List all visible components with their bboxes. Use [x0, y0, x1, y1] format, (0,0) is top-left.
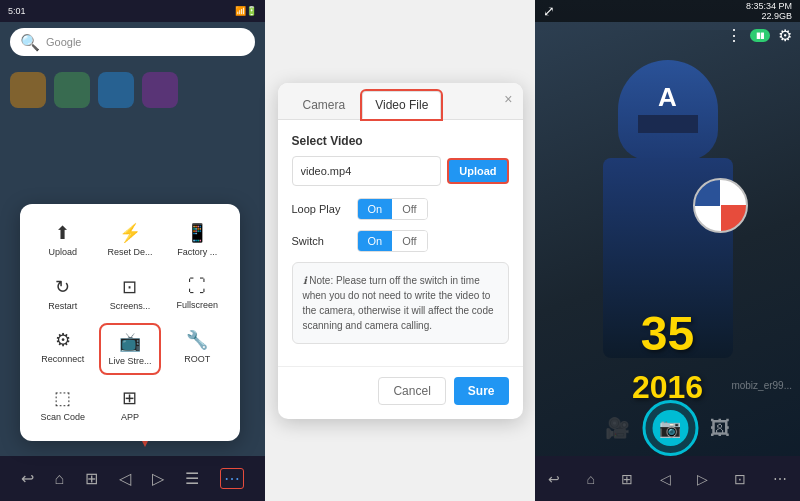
popup-item-app[interactable]: ⊞ APP [99, 381, 160, 429]
face-area [638, 115, 698, 133]
dialog-box: × Camera Video File Select Video video.m… [278, 83, 523, 419]
switch-off-btn[interactable]: Off [392, 231, 426, 251]
app-icon: ⊞ [122, 387, 137, 409]
capture-inner: 📷 [652, 410, 688, 446]
loop-off-btn[interactable]: Off [392, 199, 426, 219]
dialog-body: Select Video video.mp4 Upload Loop Play … [278, 120, 523, 358]
select-video-title: Select Video [292, 134, 509, 148]
note-box: ℹ Note: Please turn off the switch in ti… [292, 262, 509, 344]
popup-item-scancode[interactable]: ⬚ Scan Code [32, 381, 93, 429]
cap-screen: ⤢ 8:35:34 PM 22.9GB ⋮ ▮▮ ⚙ A [535, 0, 800, 501]
loop-toggle: On Off [357, 198, 428, 220]
screenshot-icon: ⊡ [122, 276, 137, 298]
right-phone-panel: ⤢ 8:35:34 PM 22.9GB ⋮ ▮▮ ⚙ A [535, 0, 800, 501]
upload-button[interactable]: Upload [447, 158, 508, 184]
vol-up-icon[interactable]: ▷ [152, 469, 164, 488]
home-icon[interactable]: ⌂ [55, 470, 65, 488]
apps-icon[interactable]: ⊞ [85, 469, 98, 488]
top-right-icons: ⋮ ▮▮ ⚙ [726, 26, 792, 45]
fullscreen-icon: ⛶ [188, 276, 206, 297]
helmet-a-letter: A [658, 82, 677, 113]
cap-shield [693, 178, 748, 233]
cap-storage: 22.9GB [761, 11, 792, 21]
cap-home-icon[interactable]: ⌂ [587, 471, 595, 487]
dialog-panel: × Camera Video File Select Video video.m… [265, 0, 535, 501]
screenshot-label: Screens... [110, 301, 151, 312]
green-badge: ▮▮ [750, 29, 770, 42]
popup-item-root[interactable]: 🔧 ROOT [167, 323, 228, 375]
popup-item-restart[interactable]: ↻ Restart [32, 270, 93, 318]
cam-side-left-icon[interactable]: 🎥 [605, 416, 630, 440]
livestream-icon: 📺 [119, 331, 141, 353]
search-text: Google [46, 36, 81, 48]
cap-bottom-bar: ↩ ⌂ ⊞ ◁ ▷ ⊡ ⋯ [535, 456, 800, 501]
left-phone-panel: 5:01 📶🔋 🔍 Google ⬆ Upload [0, 0, 265, 501]
cancel-button[interactable]: Cancel [378, 377, 445, 405]
popup-item-reset[interactable]: ⚡ Reset De... [99, 216, 160, 264]
tab-videofile[interactable]: Video File [362, 91, 441, 119]
note-text: ℹ Note: Please turn off the switch in ti… [303, 273, 498, 333]
search-bar[interactable]: 🔍 Google [10, 28, 255, 56]
info-icon: ℹ [303, 275, 307, 286]
cap-more-icon[interactable]: ⋯ [773, 471, 787, 487]
popup-item-fullscreen[interactable]: ⛶ Fullscreen [167, 270, 228, 318]
factory-label: Factory ... [177, 247, 217, 258]
scancode-icon: ⬚ [54, 387, 71, 409]
upload-icon: ⬆ [55, 222, 70, 244]
status-time: 5:01 [8, 6, 26, 16]
switch-toggle: On Off [357, 230, 428, 252]
popup-item-reconnect[interactable]: ⚙ Reconnect [32, 323, 93, 375]
reset-label: Reset De... [107, 247, 152, 258]
cap-helmet: A [618, 60, 718, 160]
popup-item-screenshot[interactable]: ⊡ Screens... [99, 270, 160, 318]
switch-label: Switch [292, 235, 347, 247]
restart-icon: ↻ [55, 276, 70, 298]
reconnect-icon: ⚙ [55, 329, 71, 351]
search-icon: 🔍 [20, 33, 40, 52]
cap-camera-icon[interactable]: ⊡ [734, 471, 746, 487]
popup-menu: ⬆ Upload ⚡ Reset De... 📱 Factory ... ↻ R… [20, 204, 240, 441]
scancode-label: Scan Code [40, 412, 85, 423]
cam-side-right-icon[interactable]: 🖼 [710, 417, 730, 440]
fullscreen-label: Fullscreen [177, 300, 219, 311]
cap-vol-down-icon[interactable]: ◁ [660, 471, 671, 487]
cap-vol-up-icon[interactable]: ▷ [697, 471, 708, 487]
cap-top-icons: ⋮ ▮▮ ⚙ [535, 22, 800, 49]
root-label: ROOT [184, 354, 210, 365]
status-icons: 📶🔋 [235, 6, 257, 16]
popup-item-livestream[interactable]: 📺 Live Stre... [99, 323, 160, 375]
select-video-row: video.mp4 Upload [292, 156, 509, 186]
switch-on-btn[interactable]: On [358, 231, 393, 251]
cap-back-icon[interactable]: ↩ [548, 471, 560, 487]
reset-icon: ⚡ [119, 222, 141, 244]
settings-icon[interactable]: ⚙ [778, 26, 792, 45]
loop-play-label: Loop Play [292, 203, 347, 215]
more-dots-icon[interactable]: ⋮ [726, 26, 742, 45]
popup-item-upload[interactable]: ⬆ Upload [32, 216, 93, 264]
reconnect-label: Reconnect [41, 354, 84, 365]
loop-play-row: Loop Play On Off [292, 198, 509, 220]
tab-camera[interactable]: Camera [290, 91, 359, 119]
root-icon: 🔧 [186, 329, 208, 351]
storage-info: 8:35:34 PM 22.9GB [746, 1, 792, 21]
close-button[interactable]: × [504, 91, 512, 107]
number-35: 35 [641, 306, 694, 361]
switch-row: Switch On Off [292, 230, 509, 252]
popup-item-factory[interactable]: 📱 Factory ... [167, 216, 228, 264]
vol-down-icon[interactable]: ◁ [119, 469, 131, 488]
cap-apps-icon[interactable]: ⊞ [621, 471, 633, 487]
menu-bar-icon[interactable]: ☰ [185, 469, 199, 488]
cap-status-bar: ⤢ 8:35:34 PM 22.9GB [535, 0, 800, 22]
capture-button[interactable]: 📷 [642, 400, 698, 456]
dialog-footer: Cancel Sure [278, 366, 523, 419]
more-icon[interactable]: ⋯ [220, 468, 244, 489]
loop-on-btn[interactable]: On [358, 199, 393, 219]
livestream-label: Live Stre... [108, 356, 151, 367]
watermark: mobiz_er99... [731, 380, 792, 391]
sure-button[interactable]: Sure [454, 377, 509, 405]
restart-label: Restart [48, 301, 77, 312]
app-label: APP [121, 412, 139, 423]
back-icon[interactable]: ↩ [21, 469, 34, 488]
factory-icon: 📱 [186, 222, 208, 244]
video-select[interactable]: video.mp4 [292, 156, 442, 186]
